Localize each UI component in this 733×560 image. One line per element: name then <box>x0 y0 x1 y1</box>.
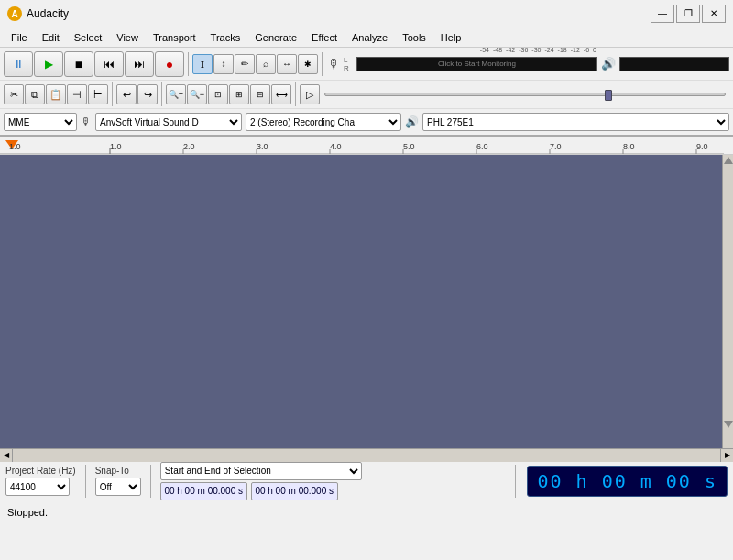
envelope-tool-button[interactable]: ↕ <box>213 54 234 74</box>
window-controls: — ❐ ✕ <box>651 5 726 23</box>
title-bar: A Audacity — ❐ ✕ <box>0 0 733 27</box>
cut-button[interactable]: ✂ <box>4 84 24 104</box>
minimize-button[interactable]: — <box>651 5 674 23</box>
input-device-select[interactable]: AnvSoft Virtual Sound D <box>95 113 242 131</box>
speed-slider-thumb[interactable] <box>605 90 612 101</box>
bottom-sep-2 <box>150 465 151 498</box>
scroll-up-arrow[interactable] <box>724 157 733 164</box>
vu-lr-top: LR Click to Start Monitoring -54 -48 -42… <box>344 56 597 72</box>
zoom-fit2-button[interactable]: ⊟ <box>250 84 270 104</box>
end-time-input[interactable] <box>251 482 338 500</box>
zoom-tool-button[interactable]: ⌕ <box>256 54 276 74</box>
speaker-device-icon: 🔊 <box>405 115 419 128</box>
zoom-fit-button[interactable]: ⊞ <box>229 84 249 104</box>
zoom-toggle-button[interactable]: ⟷ <box>271 84 291 104</box>
project-rate-label: Project Rate (Hz) <box>5 466 76 476</box>
restore-button[interactable]: ❐ <box>676 5 700 23</box>
vu-lr-label: LR <box>344 56 355 72</box>
app-icon: A <box>7 6 22 21</box>
status-bar: Stopped. <box>0 500 733 523</box>
status-text: Stopped. <box>7 507 48 518</box>
scroll-down-arrow[interactable] <box>724 421 733 428</box>
speaker-icon: 🔊 <box>601 57 616 71</box>
close-button[interactable]: ✕ <box>702 5 726 23</box>
menu-item-generate[interactable]: Generate <box>247 30 304 45</box>
svg-text:7.0: 7.0 <box>550 142 562 151</box>
track-area <box>0 155 733 448</box>
paste-button[interactable]: 📋 <box>46 84 66 104</box>
vu-click-text: Click to Start Monitoring <box>438 60 516 68</box>
timeshift-tool-button[interactable]: ↔ <box>277 54 297 74</box>
vertical-scrollbar[interactable] <box>722 155 733 448</box>
svg-text:9.0: 9.0 <box>696 142 708 151</box>
audio-host-select[interactable]: MME <box>4 113 77 131</box>
zoom-out-button[interactable]: 🔍− <box>187 84 207 104</box>
svg-text:4.0: 4.0 <box>330 142 342 151</box>
time-inputs <box>160 482 505 500</box>
horizontal-scrollbar[interactable]: ◀ ▶ <box>0 448 733 461</box>
stop-button[interactable]: ■ <box>64 51 93 77</box>
menu-item-analyze[interactable]: Analyze <box>345 30 395 45</box>
record-button[interactable]: ● <box>155 51 184 77</box>
play-speed-button[interactable]: ▷ <box>300 84 320 104</box>
selection-tool-button[interactable]: I <box>192 54 213 74</box>
audacity-logo-icon: A <box>7 6 22 21</box>
menu-item-select[interactable]: Select <box>67 30 110 45</box>
selection-type-select[interactable]: Start and End of Selection <box>160 462 362 480</box>
vu-scale-top: -54 -48 -42 -36 -30 -24 -18 -12 -6 0 <box>480 47 596 53</box>
input-channels-select[interactable]: 2 (Stereo) Recording Cha <box>246 113 401 131</box>
play-button[interactable]: ▶ <box>34 51 63 77</box>
scroll-left-button[interactable]: ◀ <box>0 449 13 462</box>
mic-icon: 🎙 <box>328 57 341 71</box>
vu-meter-display[interactable]: Click to Start Monitoring -54 -48 -42 -3… <box>356 57 597 71</box>
app-title: Audacity <box>27 7 651 20</box>
skip-end-button[interactable]: ⏭ <box>125 51 154 77</box>
trim-button[interactable]: ⊣ <box>67 84 87 104</box>
menu-item-file[interactable]: File <box>4 30 35 45</box>
toolbar-row-3: MME 🎙 AnvSoft Virtual Sound D 2 (Stereo)… <box>0 109 733 135</box>
draw-tool-button[interactable]: ✏ <box>235 54 255 74</box>
svg-text:3.0: 3.0 <box>257 142 268 151</box>
ruler-svg: 1.0 1.0 2.0 3.0 4.0 5.0 6.0 7.0 8.0 9.0 <box>0 137 724 155</box>
bottom-sep-1 <box>85 465 86 498</box>
multi-tool-button[interactable]: ✱ <box>298 54 318 74</box>
separator-2 <box>322 52 323 76</box>
snap-to-label: Snap-To <box>95 466 141 476</box>
svg-text:A: A <box>11 9 17 19</box>
svg-text:6.0: 6.0 <box>476 142 488 151</box>
undo-button[interactable]: ↩ <box>116 84 137 104</box>
menu-item-edit[interactable]: Edit <box>35 30 67 45</box>
speed-slider[interactable] <box>324 93 726 96</box>
svg-text:2.0: 2.0 <box>183 142 195 151</box>
menu-item-help[interactable]: Help <box>433 30 469 45</box>
zoom-in-button[interactable]: 🔍+ <box>166 84 186 104</box>
skip-start-button[interactable]: ⏮ <box>94 51 124 77</box>
menu-item-tracks[interactable]: Tracks <box>203 30 248 45</box>
scrollbar-track[interactable] <box>13 449 720 462</box>
snap-to-group: Snap-To Off <box>95 466 141 496</box>
silence-button[interactable]: ⊢ <box>88 84 108 104</box>
scroll-right-button[interactable]: ▶ <box>720 449 733 462</box>
svg-text:1.0: 1.0 <box>9 142 21 151</box>
vu-meter-area[interactable]: LR Click to Start Monitoring -54 -48 -42… <box>344 56 597 72</box>
menu-item-effect[interactable]: Effect <box>304 30 345 45</box>
project-rate-select[interactable]: 44100 <box>5 478 70 496</box>
project-rate-group: Project Rate (Hz) 44100 <box>5 466 76 496</box>
output-vu-meter[interactable] <box>619 57 729 71</box>
pause-button[interactable]: ⏸ <box>4 51 33 77</box>
svg-text:5.0: 5.0 <box>403 142 415 151</box>
selection-group: Start and End of Selection <box>160 462 505 500</box>
copy-button[interactable]: ⧉ <box>25 84 45 104</box>
zoom-sel-button[interactable]: ⊡ <box>208 84 228 104</box>
redo-button[interactable]: ↪ <box>137 84 158 104</box>
big-time-display: 00 h 00 m 00 s <box>527 466 728 497</box>
menu-item-view[interactable]: View <box>109 30 146 45</box>
bottom-control-bar: Project Rate (Hz) 44100 Snap-To Off Star… <box>0 461 733 500</box>
menu-bar: FileEditSelectViewTransportTracksGenerat… <box>0 27 733 48</box>
menu-item-tools[interactable]: Tools <box>395 30 433 45</box>
svg-text:1.0: 1.0 <box>110 142 122 151</box>
start-time-input[interactable] <box>160 482 247 500</box>
output-device-select[interactable]: PHL 275E1 <box>422 113 729 131</box>
snap-to-select[interactable]: Off <box>95 478 141 496</box>
menu-item-transport[interactable]: Transport <box>146 30 203 45</box>
